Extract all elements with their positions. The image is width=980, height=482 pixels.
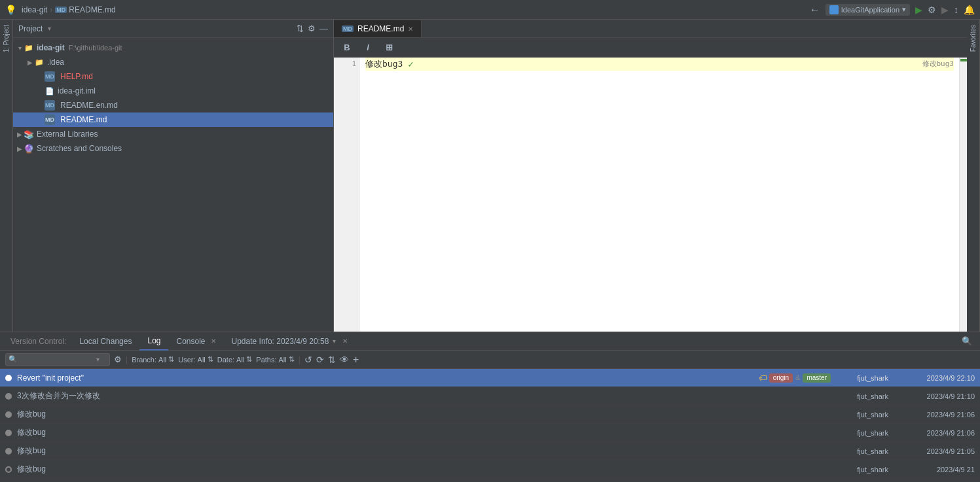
- back-icon[interactable]: ←: [810, 4, 820, 16]
- tab-update-info[interactable]: Update Info: 2023/4/9 20:58 ▾ ✕: [224, 332, 356, 351]
- eye-btn[interactable]: 👁: [340, 354, 349, 365]
- commit-row-2[interactable]: 3次修改合并为一次修改 fjut_shark 2023/4/9 21:10: [0, 387, 980, 405]
- search-box[interactable]: 🔍 ▾: [5, 353, 110, 366]
- run-debug-icon[interactable]: ▶: [941, 5, 949, 15]
- commit-date-3: 2023/4/9 21:06: [896, 411, 975, 419]
- run-button[interactable]: ▶: [915, 5, 922, 15]
- git-icon[interactable]: ↕: [954, 5, 958, 15]
- tree-external-libs[interactable]: ▶ 📚 External Libraries: [13, 127, 333, 141]
- project-panel: Project ▾ ⇅ ⚙ — ▾ 📁 idea-git F:\github\i…: [13, 20, 334, 332]
- notification-icon[interactable]: 🔔: [964, 5, 975, 15]
- date-label: Date:: [217, 356, 234, 364]
- ext-libs-label: External Libraries: [37, 129, 98, 139]
- code-line-1: 修改bug3 ✓: [365, 58, 954, 71]
- tab-log[interactable]: Log: [139, 332, 168, 351]
- search-icon: 🔍: [9, 355, 18, 364]
- plus-btn[interactable]: +: [353, 354, 359, 366]
- commit-msg-6: 修改bug: [17, 464, 831, 475]
- commit-msg-1: Revert "init project": [17, 373, 759, 383]
- breadcrumb-md-icon: MD: [55, 7, 67, 13]
- commit-row-3[interactable]: 修改bug fjut_shark 2023/4/9 21:06: [0, 405, 980, 424]
- table-btn[interactable]: ⊞: [381, 41, 397, 54]
- breadcrumb-file[interactable]: README.md: [69, 5, 115, 14]
- equalize-icon[interactable]: ⇅: [297, 24, 304, 33]
- commit-dot-5: [5, 448, 12, 455]
- update-info-close[interactable]: ✕: [342, 337, 348, 345]
- tree-root[interactable]: ▾ 📁 idea-git F:\github\idea-git: [13, 41, 333, 55]
- user-filter[interactable]: User: All ⇅: [178, 355, 213, 364]
- dropdown-arrow: ▾: [902, 5, 906, 14]
- sort-btn[interactable]: ⇅: [328, 354, 336, 365]
- settings-icon[interactable]: ⚙: [308, 24, 316, 33]
- help-md-label: HELP.md: [60, 72, 93, 81]
- commit-date-4: 2023/4/9 21:06: [896, 429, 975, 437]
- project-sidebar-label[interactable]: 1: Project: [1, 20, 11, 58]
- tree-readme-en[interactable]: MD README.en.md: [13, 98, 333, 112]
- console-close[interactable]: ✕: [211, 337, 216, 345]
- iml-icon: 📄: [45, 86, 55, 96]
- commit-row-4[interactable]: 修改bug fjut_shark 2023/4/9 21:06: [0, 424, 980, 442]
- paths-filter[interactable]: Paths: All ⇅: [256, 355, 294, 364]
- commit-date-6: 2023/4/9 21: [896, 466, 975, 473]
- ext-libs-arrow[interactable]: ▶: [16, 131, 24, 138]
- tree-scratches[interactable]: ▶ 🔮 Scratches and Consoles: [13, 141, 333, 156]
- tab-local-changes[interactable]: Local Changes: [71, 332, 139, 351]
- tree-help-md[interactable]: MD HELP.md: [13, 69, 333, 84]
- search-input[interactable]: [18, 356, 96, 364]
- refresh-btn[interactable]: ↺: [304, 354, 312, 365]
- italic-btn[interactable]: I: [360, 41, 376, 54]
- file-tree: ▾ 📁 idea-git F:\github\idea-git ▶ 📁 .ide…: [13, 38, 333, 332]
- paths-value: All: [279, 356, 287, 364]
- readme-label: README.md: [60, 115, 107, 124]
- build-icon[interactable]: ⚙: [928, 5, 936, 15]
- commit-row-6[interactable]: 修改bug fjut_shark 2023/4/9 21: [0, 460, 980, 479]
- commit-dot-4: [5, 430, 12, 436]
- tree-iml[interactable]: 📄 idea-git.iml: [13, 84, 333, 98]
- right-annotation: 修改bug3: [922, 59, 954, 69]
- editor-lines[interactable]: 修改bug3 ✓: [360, 58, 959, 332]
- root-arrow[interactable]: ▾: [16, 44, 24, 52]
- scratches-arrow[interactable]: ▶: [16, 145, 24, 152]
- branch-filter[interactable]: Branch: All ⇅: [132, 355, 174, 364]
- commit-log: Revert "init project" 🏷 origin & master …: [0, 369, 980, 482]
- local-changes-label: Local Changes: [79, 337, 132, 346]
- app-dropdown[interactable]: IdeaGitApplication ▾: [826, 4, 910, 16]
- minimize-icon[interactable]: —: [319, 24, 328, 33]
- search-filter-icon[interactable]: ▾: [96, 356, 100, 363]
- commit-row-5[interactable]: 修改bug fjut_shark 2023/4/9 21:05: [0, 442, 980, 460]
- branch-value: All: [158, 356, 166, 364]
- breadcrumb-project[interactable]: idea-git: [22, 5, 47, 14]
- commit-author-3: fjut_shark: [836, 411, 888, 419]
- tree-readme-md[interactable]: MD README.md: [13, 112, 333, 127]
- bottom-panel: Version Control: Local Changes Log Conso…: [0, 332, 980, 482]
- help-md-icon: MD: [45, 71, 55, 82]
- commit-date-1: 2023/4/9 22:10: [896, 374, 975, 382]
- idea-label: .idea: [47, 58, 64, 67]
- project-dropdown-arrow[interactable]: ▾: [48, 25, 51, 32]
- code-content: 修改bug3: [365, 58, 403, 70]
- search-right-icon[interactable]: 🔍: [959, 336, 975, 346]
- tree-idea-folder[interactable]: ▶ 📁 .idea: [13, 55, 333, 69]
- readme-en-label: README.en.md: [60, 101, 118, 110]
- tab-label: README.md: [357, 24, 404, 33]
- tab-console[interactable]: Console ✕: [168, 332, 223, 351]
- root-label: idea-git: [37, 43, 65, 52]
- commit-dot-2: [5, 393, 12, 400]
- project-header-actions: ⇅ ⚙ —: [297, 24, 328, 33]
- commit-row-1[interactable]: Revert "init project" 🏷 origin & master …: [0, 369, 980, 387]
- sep1: |: [126, 355, 128, 364]
- date-filter[interactable]: Date: All ⇅: [217, 355, 253, 364]
- user-label: User:: [178, 356, 195, 364]
- breadcrumb-sep-1: ›: [50, 5, 52, 14]
- update-info-dropdown[interactable]: ▾: [333, 337, 336, 345]
- fetch-btn[interactable]: ⟳: [316, 354, 324, 365]
- idea-arrow[interactable]: ▶: [26, 59, 34, 66]
- scratches-icon: 🔮: [24, 143, 34, 154]
- settings-btn[interactable]: ⚙: [114, 354, 122, 364]
- bold-btn[interactable]: B: [339, 41, 355, 54]
- tab-close-btn[interactable]: ✕: [408, 26, 413, 33]
- commit-tags-1: 🏷 origin & master: [759, 373, 831, 383]
- tab-readme-md[interactable]: MD README.md ✕: [334, 20, 422, 37]
- favorites-label[interactable]: Favorites: [968, 20, 978, 57]
- app-name: IdeaGitApplication: [841, 6, 899, 14]
